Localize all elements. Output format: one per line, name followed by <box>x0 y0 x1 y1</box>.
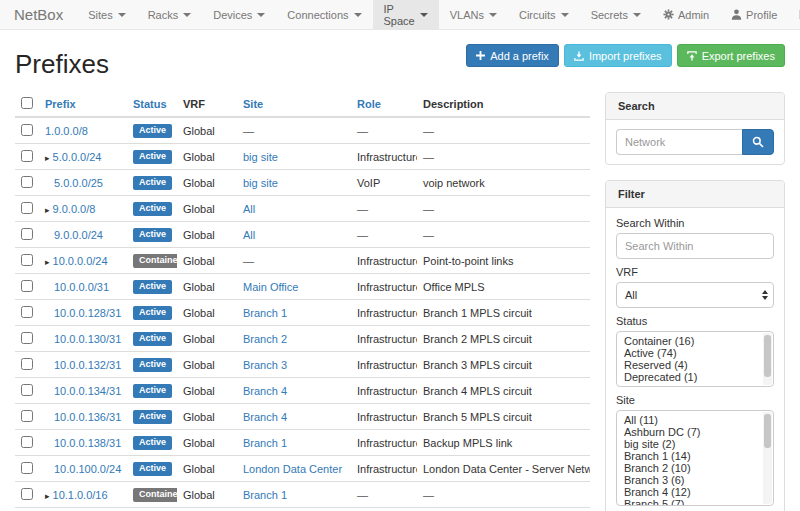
prefix-link[interactable]: 10.0.0.0/24 <box>53 255 108 267</box>
scrollbar[interactable] <box>763 333 772 385</box>
status-option[interactable]: Active (74) <box>617 347 761 359</box>
row-checkbox[interactable] <box>21 358 33 370</box>
site-option[interactable]: Branch 2 (10) <box>617 462 761 474</box>
prefix-link[interactable]: 10.0.0.128/31 <box>54 307 121 319</box>
prefix-link[interactable]: 10.0.0.132/31 <box>54 359 121 371</box>
nav-item-connections[interactable]: Connections <box>276 0 372 29</box>
site-link[interactable]: Branch 3 <box>243 359 287 371</box>
status-badge: Container <box>133 254 177 268</box>
nav-item-circuits[interactable]: Circuits <box>508 0 580 29</box>
add-prefix-label: Add a prefix <box>490 50 549 62</box>
site-option[interactable]: Branch 4 (12) <box>617 486 761 498</box>
row-checkbox[interactable] <box>21 254 33 266</box>
scrollbar[interactable] <box>763 412 772 504</box>
row-checkbox[interactable] <box>21 124 33 136</box>
brand-logo[interactable]: NetBox <box>0 0 77 29</box>
search-input[interactable] <box>616 129 742 155</box>
nav-item-profile[interactable]: Profile <box>720 0 788 29</box>
table-row: 1.0.0.0/8ActiveGlobal——— <box>15 117 590 144</box>
site-option[interactable]: Branch 3 (6) <box>617 474 761 486</box>
site-link[interactable]: Main Office <box>243 281 298 293</box>
vrf-cell: Global <box>177 378 237 404</box>
nav-item-logout[interactable]: Log out <box>788 0 800 29</box>
site-link[interactable]: Branch 1 <box>243 489 287 501</box>
description-cell: Branch 2 MPLS circuit <box>417 326 590 352</box>
role-cell: — <box>351 196 417 222</box>
site-link[interactable]: Branch 2 <box>243 333 287 345</box>
row-checkbox[interactable] <box>21 306 33 318</box>
row-checkbox[interactable] <box>21 384 33 396</box>
nav-item-racks[interactable]: Racks <box>137 0 203 29</box>
prefix-table-container: PrefixStatusVRFSiteRoleDescription 1.0.0… <box>15 92 590 511</box>
row-checkbox[interactable] <box>21 488 33 500</box>
site-link[interactable]: Branch 4 <box>243 411 287 423</box>
site-link[interactable]: Branch 1 <box>243 307 287 319</box>
nav-item-sites[interactable]: Sites <box>77 0 136 29</box>
prefix-link[interactable]: 9.0.0.0/8 <box>53 203 96 215</box>
description-cell: London Data Center - Server Network <box>417 456 590 482</box>
site-link[interactable]: big site <box>243 177 278 189</box>
role-cell: Infrastructure <box>351 404 417 430</box>
row-checkbox[interactable] <box>21 410 33 422</box>
column-header-site[interactable]: Site <box>243 98 263 110</box>
nav-item-vlans[interactable]: VLANs <box>439 0 508 29</box>
search-within-input[interactable] <box>616 233 774 259</box>
site-option[interactable]: Branch 5 (7) <box>617 498 761 506</box>
row-checkbox[interactable] <box>21 280 33 292</box>
site-link[interactable]: Branch 4 <box>243 385 287 397</box>
caret-down-icon <box>420 13 428 17</box>
add-prefix-button[interactable]: Add a prefix <box>466 44 559 67</box>
nav-item-ip-space[interactable]: IP Space <box>373 0 439 29</box>
search-button[interactable] <box>742 129 774 155</box>
caret-down-icon <box>354 13 362 17</box>
column-header-status[interactable]: Status <box>133 98 167 110</box>
nav-item-label: Secrets <box>591 9 628 21</box>
column-header-prefix[interactable]: Prefix <box>45 98 76 110</box>
prefix-link[interactable]: 10.0.0.136/31 <box>54 411 121 423</box>
nav-item-admin[interactable]: Admin <box>652 0 720 29</box>
row-checkbox[interactable] <box>21 436 33 448</box>
nav-item-devices[interactable]: Devices <box>202 0 276 29</box>
prefix-link[interactable]: 5.0.0.0/24 <box>53 151 102 163</box>
site-option[interactable]: Branch 1 (14) <box>617 450 761 462</box>
select-all-checkbox[interactable] <box>21 97 33 109</box>
site-listbox[interactable]: All (11)Ashburn DC (7)big site (2)Branch… <box>616 410 774 506</box>
prefix-link[interactable]: 10.0.0.0/31 <box>54 281 109 293</box>
site-option[interactable]: big site (2) <box>617 438 761 450</box>
row-checkbox[interactable] <box>21 228 33 240</box>
prefix-link[interactable]: 10.0.0.134/31 <box>54 385 121 397</box>
status-option[interactable]: Reserved (4) <box>617 359 761 371</box>
status-option[interactable]: Deprecated (1) <box>617 371 761 383</box>
row-checkbox[interactable] <box>21 176 33 188</box>
table-row: 10.0.0.134/31ActiveGlobalBranch 4Infrast… <box>15 378 590 404</box>
status-listbox[interactable]: Container (16)Active (74)Reserved (4)Dep… <box>616 331 774 387</box>
row-checkbox[interactable] <box>21 462 33 474</box>
site-option[interactable]: Ashburn DC (7) <box>617 426 761 438</box>
prefix-link[interactable]: 9.0.0.0/24 <box>54 229 103 241</box>
prefix-link[interactable]: 1.0.0.0/8 <box>45 125 88 137</box>
site-option[interactable]: All (11) <box>617 414 761 426</box>
site-link[interactable]: All <box>243 203 255 215</box>
site-link[interactable]: big site <box>243 151 278 163</box>
row-checkbox[interactable] <box>21 150 33 162</box>
expand-arrow-icon: ▸ <box>45 491 50 501</box>
export-prefixes-button[interactable]: Export prefixes <box>677 44 785 67</box>
column-header-role[interactable]: Role <box>357 98 381 110</box>
prefix-link[interactable]: 10.0.0.130/31 <box>54 333 121 345</box>
import-prefixes-button[interactable]: Import prefixes <box>564 44 672 67</box>
row-checkbox[interactable] <box>21 332 33 344</box>
prefix-link[interactable]: 10.0.0.138/31 <box>54 437 121 449</box>
status-option[interactable]: Container (16) <box>617 335 761 347</box>
site-link[interactable]: Branch 1 <box>243 437 287 449</box>
prefix-link[interactable]: 10.1.0.0/16 <box>53 489 108 501</box>
row-checkbox[interactable] <box>21 202 33 214</box>
site-link[interactable]: London Data Center <box>243 463 342 475</box>
prefix-link[interactable]: 10.0.100.0/24 <box>54 463 121 475</box>
prefix-link[interactable]: 5.0.0.0/25 <box>54 177 103 189</box>
site-empty: — <box>243 255 254 267</box>
vrf-cell: Global <box>177 248 237 274</box>
status-badge: Container <box>133 488 177 502</box>
nav-item-secrets[interactable]: Secrets <box>580 0 652 29</box>
vrf-select[interactable]: All <box>616 282 774 308</box>
site-link[interactable]: All <box>243 229 255 241</box>
